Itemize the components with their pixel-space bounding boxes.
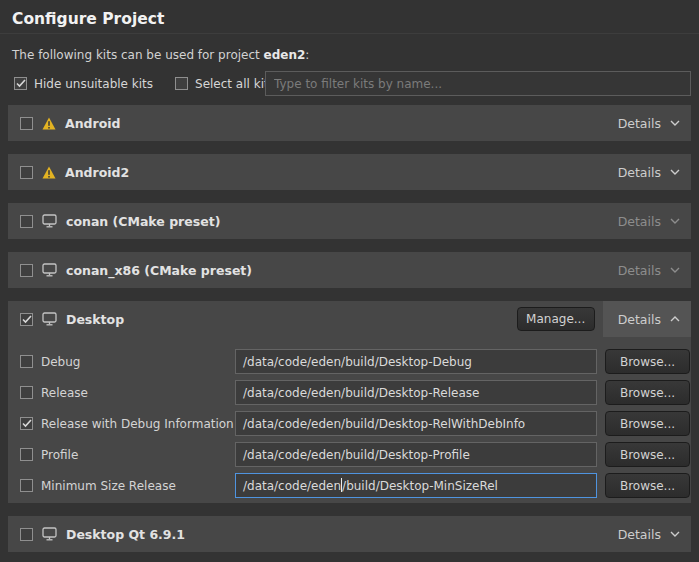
- config-checkbox[interactable]: [20, 355, 33, 368]
- chevron-down-icon: [670, 169, 680, 175]
- kit-row-header: conan (CMake preset) Details: [8, 203, 691, 239]
- config-checkbox[interactable]: [20, 479, 33, 492]
- kit-name: Desktop Qt 6.9.1: [66, 527, 185, 542]
- details-label: Details: [618, 263, 661, 278]
- details-toggle[interactable]: Details: [603, 203, 691, 239]
- desktop-icon: [42, 263, 57, 277]
- build-dir-input[interactable]: /data/code/eden/build/Desktop-MinSizeRel: [235, 473, 597, 498]
- chevron-up-icon: [670, 316, 680, 322]
- details-toggle[interactable]: Details: [603, 301, 691, 337]
- configure-project-panel: Configure Project The following kits can…: [0, 0, 699, 562]
- select-all-label: Select all kits: [195, 77, 275, 91]
- build-dir-path: /data/code/eden/build/Desktop-Release: [243, 386, 479, 400]
- kit-filter-toolbar: Hide unsuitable kits Select all kits: [0, 71, 699, 96]
- details-toggle[interactable]: Details: [603, 252, 691, 288]
- kit-checkbox[interactable]: [20, 313, 33, 326]
- details-label: Details: [618, 527, 661, 542]
- check-icon: [16, 79, 26, 88]
- kit-row-header: conan_x86 (CMake preset) Details: [8, 252, 691, 288]
- browse-button[interactable]: Browse...: [605, 349, 690, 374]
- browse-button[interactable]: Browse...: [605, 380, 690, 405]
- kit-row-header: Android2 Details: [8, 154, 691, 190]
- config-label: Release: [41, 386, 235, 400]
- desktop-icon: [42, 214, 57, 228]
- details-toggle[interactable]: Details: [603, 516, 691, 552]
- chevron-down-icon: [670, 531, 680, 537]
- select-all-kits-toggle[interactable]: Select all kits: [175, 77, 275, 91]
- project-name: eden2: [264, 48, 306, 62]
- warning-icon: [42, 166, 56, 179]
- build-dir-path: /data/code/eden/build/Desktop-Debug: [243, 355, 472, 369]
- kit-name: conan_x86 (CMake preset): [66, 263, 252, 278]
- kit-row-desktop: Desktop Manage... Details Debug /data/co…: [8, 301, 691, 503]
- kits-help-text: The following kits can be used for proje…: [12, 48, 687, 63]
- kit-name: Android: [65, 116, 121, 131]
- kit-checkbox[interactable]: [20, 117, 33, 130]
- text-cursor: [341, 478, 342, 492]
- kit-name: Android2: [65, 165, 129, 180]
- kit-row-android: Android Details: [8, 105, 691, 141]
- details-label: Details: [618, 214, 661, 229]
- warning-icon: [42, 117, 56, 130]
- kit-row-header: Desktop Manage... Details: [8, 301, 691, 337]
- kit-checkbox[interactable]: [20, 215, 33, 228]
- build-dir-path: /data/code/eden/build/Desktop-MinSizeRel: [243, 478, 498, 493]
- build-dir-input[interactable]: /data/code/eden/build/Desktop-Profile: [235, 442, 597, 467]
- details-label: Details: [618, 116, 661, 131]
- details-label: Details: [618, 165, 661, 180]
- build-dir-path: /data/code/eden/build/Desktop-Profile: [243, 448, 470, 462]
- hide-unsuitable-checkbox[interactable]: [14, 77, 27, 90]
- title-separator: [0, 33, 699, 34]
- build-dir-input[interactable]: /data/code/eden/build/Desktop-Debug: [235, 349, 597, 374]
- build-dir-input[interactable]: /data/code/eden/build/Desktop-RelWithDeb…: [235, 411, 597, 436]
- kit-checkbox[interactable]: [20, 166, 33, 179]
- config-checkbox[interactable]: [20, 417, 33, 430]
- browse-button[interactable]: Browse...: [605, 473, 690, 498]
- help-text-suffix: :: [305, 48, 309, 62]
- kit-row-header: Android Details: [8, 105, 691, 141]
- config-label: Profile: [41, 448, 235, 462]
- kit-row-android2: Android2 Details: [8, 154, 691, 190]
- config-label: Debug: [41, 355, 235, 369]
- check-icon: [22, 419, 32, 428]
- kit-checkbox[interactable]: [20, 264, 33, 277]
- build-config-row: Release /data/code/eden/build/Desktop-Re…: [20, 380, 691, 405]
- kit-checkbox[interactable]: [20, 528, 33, 541]
- kit-row-desktop-qt-6-9-1: Desktop Qt 6.9.1 Details: [8, 516, 691, 552]
- help-text-prefix: The following kits can be used for proje…: [12, 48, 264, 62]
- manage-button[interactable]: Manage...: [517, 307, 595, 331]
- desktop-icon: [42, 527, 57, 541]
- details-toggle[interactable]: Details: [603, 154, 691, 190]
- config-label: Release with Debug Information: [41, 417, 235, 431]
- page-title: Configure Project: [0, 0, 699, 29]
- browse-button[interactable]: Browse...: [605, 442, 690, 467]
- desktop-icon: [42, 312, 57, 326]
- details-label: Details: [618, 312, 661, 327]
- chevron-down-icon: [670, 267, 680, 273]
- kit-filter-input[interactable]: [265, 71, 691, 96]
- build-config-row: Minimum Size Release /data/code/eden/bui…: [20, 473, 691, 498]
- check-icon: [22, 315, 32, 324]
- build-config-row: Debug /data/code/eden/build/Desktop-Debu…: [20, 349, 691, 374]
- select-all-checkbox[interactable]: [175, 77, 188, 90]
- kit-row-conan-cmake-preset: conan (CMake preset) Details: [8, 203, 691, 239]
- build-dir-input[interactable]: /data/code/eden/build/Desktop-Release: [235, 380, 597, 405]
- hide-unsuitable-label: Hide unsuitable kits: [34, 77, 153, 91]
- hide-unsuitable-kits-toggle[interactable]: Hide unsuitable kits: [14, 77, 153, 91]
- config-label: Minimum Size Release: [41, 479, 235, 493]
- kit-list: Android Details Android2 Details: [0, 105, 699, 552]
- build-config-row: Release with Debug Information /data/cod…: [20, 411, 691, 436]
- kit-name: conan (CMake preset): [66, 214, 220, 229]
- chevron-down-icon: [670, 120, 680, 126]
- kit-details-section: Debug /data/code/eden/build/Desktop-Debu…: [8, 337, 691, 503]
- kit-row-conan-x86-cmake-preset: conan_x86 (CMake preset) Details: [8, 252, 691, 288]
- chevron-down-icon: [670, 218, 680, 224]
- config-checkbox[interactable]: [20, 448, 33, 461]
- kit-row-header: Desktop Qt 6.9.1 Details: [8, 516, 691, 552]
- browse-button[interactable]: Browse...: [605, 411, 690, 436]
- details-toggle[interactable]: Details: [603, 105, 691, 141]
- kit-name: Desktop: [66, 312, 124, 327]
- config-checkbox[interactable]: [20, 386, 33, 399]
- build-config-row: Profile /data/code/eden/build/Desktop-Pr…: [20, 442, 691, 467]
- build-dir-path: /data/code/eden/build/Desktop-RelWithDeb…: [243, 417, 525, 431]
